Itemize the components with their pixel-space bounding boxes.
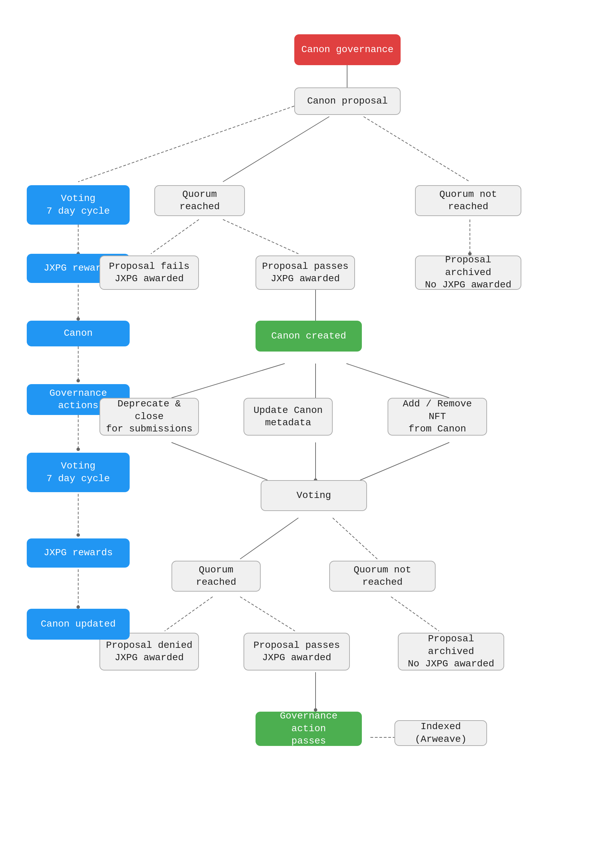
proposal-archived-1-node: Proposal archived No JXPG awarded [415,255,521,290]
svg-line-25 [172,443,267,480]
proposal-fails-node: Proposal fails JXPG awarded [100,255,199,290]
voting-7day-cycle-2-node: Voting 7 day cycle [27,453,130,492]
canon-governance-node: Canon governance [294,34,400,65]
svg-line-16 [151,220,199,254]
proposal-archived-2-node: Proposal archived No JXPG awarded [398,633,504,670]
quorum-reached-1-node: Quorum reached [154,185,245,216]
svg-line-17 [223,220,298,254]
svg-line-2 [223,117,329,182]
svg-line-27 [360,443,449,480]
quorum-not-reached-1-node: Quorum not reached [415,185,521,216]
svg-line-30 [333,518,377,559]
svg-line-32 [240,597,295,631]
update-canon-metadata-node: Update Canon metadata [243,398,333,435]
proposal-passes-1-node: Proposal passes JXPG awarded [255,255,355,290]
svg-point-15 [76,605,80,609]
deprecate-close-node: Deprecate & close for submissions [100,398,199,435]
canon-updated-node: Canon updated [27,609,130,640]
governance-action-passes-node: Governance action passes [255,712,362,746]
svg-point-7 [76,317,80,321]
svg-line-24 [346,364,449,398]
indexed-arweave-node: Indexed (Arweave) [395,720,487,746]
voting-2-node: Voting [261,480,367,511]
svg-point-13 [76,533,80,537]
diagram-container: Canon governance Canon proposal Voting 7… [0,0,616,843]
svg-line-3 [364,117,470,182]
quorum-not-reached-2-node: Quorum not reached [329,561,436,592]
canon-proposal-node: Canon proposal [294,88,400,115]
canon-created-node: Canon created [255,321,362,352]
add-remove-nft-node: Add / Remove NFT from Canon [387,398,487,435]
proposal-passes-2-node: Proposal passes JXPG awarded [243,633,350,670]
voting-7day-cycle-1-node: Voting 7 day cycle [27,185,130,225]
svg-line-33 [391,597,439,631]
jxpg-rewards-2-node: JXPG rewards [27,538,130,567]
svg-line-31 [165,597,213,631]
canon-node: Canon [27,321,130,346]
svg-line-29 [240,518,298,559]
svg-line-22 [172,364,285,398]
quorum-reached-2-node: Quorum reached [172,561,261,592]
svg-point-9 [76,379,80,383]
svg-point-11 [76,447,80,451]
svg-line-37 [78,105,298,182]
